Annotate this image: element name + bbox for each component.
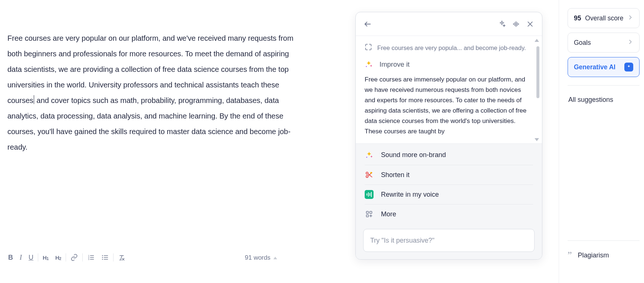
ai-assistant-panel: Free courses are very popula... and beco… (355, 12, 542, 260)
svg-point-24 (366, 66, 367, 67)
right-sidebar: 95 Overall score Goals Generative AI All… (568, 8, 640, 107)
goals-label: Goals (574, 39, 591, 47)
h2-button[interactable]: H2 (55, 254, 61, 261)
grid-plus-icon (365, 210, 374, 219)
text-cursor (34, 95, 34, 104)
sparkle-multicolor-icon (365, 151, 374, 160)
voice-waveform-icon (365, 190, 374, 199)
numbered-list-button[interactable]: 123 (87, 254, 95, 261)
back-button[interactable] (363, 20, 372, 29)
ai-action-label: Improve it (380, 60, 410, 69)
ai-prompt-input[interactable] (363, 229, 535, 252)
option-label: Shorten it (381, 171, 410, 179)
svg-point-26 (366, 172, 368, 174)
caret-up-icon (273, 257, 277, 259)
word-count-label: 91 words (245, 254, 270, 262)
editor-text-before: Free courses are very popular on our pla… (7, 34, 293, 104)
option-label: Sound more on-brand (381, 151, 446, 159)
ai-output-text: Free courses are immensely popular on ou… (365, 74, 533, 140)
chevron-right-icon (627, 39, 633, 47)
ai-panel-header (356, 12, 542, 36)
sparkle-badge-icon (624, 63, 633, 71)
ai-context-row: Free courses are very popula... and beco… (365, 43, 533, 52)
svg-text:3: 3 (88, 258, 89, 260)
ai-input-area (356, 224, 542, 259)
quote-icon: ” (568, 250, 572, 261)
scroll-up-icon[interactable] (535, 39, 539, 42)
option-label: Rewrite in my voice (381, 191, 439, 199)
gen-ai-label: Generative AI (574, 63, 615, 71)
option-label: More (381, 210, 396, 218)
vertical-divider (559, 0, 559, 283)
ai-options-list: Sound more on-brand Shorten it Rewrite i… (356, 143, 542, 224)
sparkle-multicolor-icon (365, 60, 373, 69)
italic-button[interactable]: I (20, 254, 22, 262)
score-value: 95 (574, 14, 581, 22)
editor-text-after: and cover topics such as math, probabili… (7, 96, 290, 151)
svg-point-27 (366, 176, 368, 178)
voice-bars-icon[interactable] (512, 20, 520, 29)
ai-panel-body: Free courses are very popula... and beco… (356, 36, 542, 143)
svg-rect-32 (370, 212, 372, 214)
svg-point-9 (102, 255, 103, 256)
svg-point-30 (370, 172, 372, 174)
scissors-icon (365, 170, 374, 179)
overall-score-card[interactable]: 95 Overall score (568, 8, 640, 28)
underline-button[interactable]: U (29, 254, 33, 262)
generative-ai-card[interactable]: Generative AI (568, 57, 640, 77)
h1-button[interactable]: H1 (43, 254, 49, 261)
ai-improve-heading: Improve it (365, 60, 533, 69)
separator (568, 85, 640, 86)
option-shorten[interactable]: Shorten it (365, 165, 533, 184)
bulleted-list-button[interactable] (101, 254, 109, 261)
score-label: Overall score (585, 14, 623, 22)
close-button[interactable] (526, 20, 535, 29)
clear-formatting-button[interactable] (118, 254, 125, 261)
svg-rect-33 (367, 215, 369, 217)
svg-point-25 (366, 157, 367, 158)
document-editor[interactable]: Free courses are very popular on our pla… (7, 30, 304, 155)
ai-context-snippet: Free courses are very popula... and beco… (377, 44, 526, 51)
scrollbar-thumb[interactable] (536, 46, 539, 98)
svg-point-10 (102, 257, 103, 258)
option-rewrite-voice[interactable]: Rewrite in my voice (365, 184, 533, 204)
chevron-right-icon (627, 14, 633, 22)
plagiarism-label: Plagiarism (578, 252, 609, 259)
option-sound-on-brand[interactable]: Sound more on-brand (365, 145, 533, 165)
plagiarism-link[interactable]: ” Plagiarism (568, 240, 640, 261)
svg-point-11 (102, 259, 103, 260)
word-count[interactable]: 91 words (245, 254, 277, 262)
selection-icon (365, 43, 372, 52)
option-more[interactable]: More (365, 204, 533, 224)
scroll-down-icon[interactable] (535, 138, 539, 141)
bold-button[interactable]: B (8, 254, 13, 262)
all-suggestions-link[interactable]: All suggestions (568, 92, 640, 107)
formatting-toolbar: B I U H1 H2 123 (4, 253, 271, 262)
svg-rect-31 (367, 212, 369, 214)
goals-card[interactable]: Goals (568, 33, 640, 53)
link-button[interactable] (70, 254, 78, 261)
sparkle-icon[interactable] (497, 20, 506, 29)
